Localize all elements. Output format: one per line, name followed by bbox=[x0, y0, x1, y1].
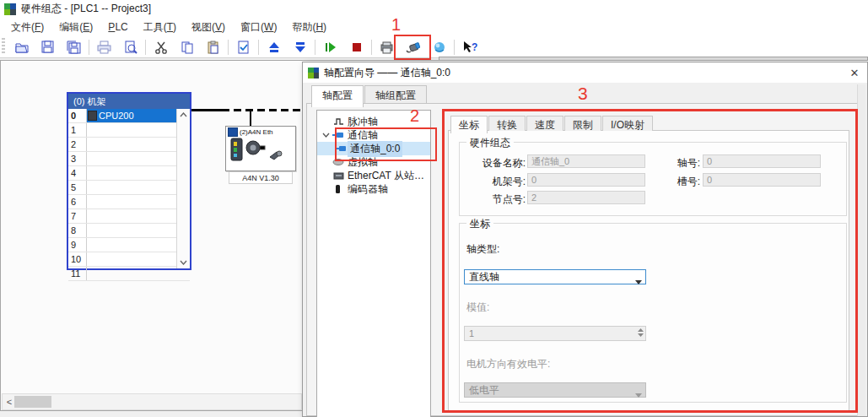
node-drop-line bbox=[250, 110, 251, 127]
rack-header: (0) 机架 bbox=[68, 94, 190, 109]
open-icon[interactable] bbox=[8, 38, 35, 57]
download-icon[interactable] bbox=[287, 38, 313, 57]
dialog-tab-strip: 轴配置 轴组配置 bbox=[311, 85, 428, 104]
hscrollbar-thumb[interactable] bbox=[14, 396, 51, 408]
axis-config-wizard-dialog: 轴配置向导 —— 通信轴_0:0 ✕ 轴配置 轴组配置 脉冲轴 通信轴 通信轴_… bbox=[302, 62, 868, 417]
rack-panel[interactable]: (0) 机架 0CPU200 1 2 3 4 5 6 7 8 9 10 11 bbox=[67, 92, 191, 270]
menu-view[interactable]: 视图(V) bbox=[184, 18, 233, 37]
dialog-titlebar: 轴配置向导 —— 通信轴_0:0 bbox=[303, 62, 867, 83]
tab-axis-group-config[interactable]: 轴组配置 bbox=[364, 85, 427, 104]
rack-scrollbar[interactable] bbox=[176, 109, 190, 268]
toolbar-separator bbox=[454, 40, 455, 55]
rack-row[interactable]: 5 bbox=[68, 181, 190, 195]
toolbar-separator bbox=[315, 40, 315, 55]
tab-axis-config[interactable]: 轴配置 bbox=[311, 85, 364, 107]
window-titlebar: 硬件组态 - [PLC1 -- Project3] bbox=[0, 0, 868, 18]
canvas-hscrollbar[interactable]: < bbox=[2, 393, 302, 410]
hardware-config-window: 硬件组态 - [PLC1 -- Project3] 文件(F) 编辑(E) PL… bbox=[0, 0, 868, 417]
paste-icon[interactable] bbox=[200, 38, 226, 57]
toolbar-separator bbox=[258, 40, 259, 55]
save-all-icon[interactable] bbox=[61, 38, 87, 57]
menu-file[interactable]: 文件(F) bbox=[3, 18, 51, 37]
menu-edit[interactable]: 编辑(E) bbox=[51, 18, 100, 37]
toolbar-separator bbox=[145, 40, 146, 55]
rack-row[interactable]: 2 bbox=[68, 138, 190, 152]
node-device-images bbox=[228, 137, 290, 164]
toolbar-grip[interactable] bbox=[2, 38, 5, 55]
validate-icon[interactable] bbox=[230, 38, 256, 57]
annotation-digit-2: 2 bbox=[410, 107, 419, 124]
close-icon[interactable]: ✕ bbox=[847, 65, 862, 80]
rack-row[interactable]: 1 bbox=[68, 123, 190, 138]
context-help-icon[interactable]: ? bbox=[456, 38, 483, 57]
window-title: 硬件组态 - [PLC1 -- Project3] bbox=[21, 2, 151, 16]
save-icon[interactable] bbox=[35, 38, 61, 57]
rack-row[interactable]: 4 bbox=[68, 166, 190, 181]
node-title: (2)A4N Eth bbox=[228, 127, 294, 137]
network-icon[interactable] bbox=[426, 38, 452, 57]
tree-item-encoder-axis[interactable]: 编码器轴 bbox=[317, 182, 430, 196]
pulse-axis-icon bbox=[332, 116, 345, 127]
scroll-down-icon[interactable] bbox=[177, 257, 190, 268]
rack-row[interactable]: 11 bbox=[68, 267, 190, 281]
app-icon bbox=[4, 3, 16, 15]
cut-icon[interactable] bbox=[148, 38, 174, 57]
rack-row[interactable]: 7 bbox=[68, 209, 190, 224]
menu-window[interactable]: 窗口(W) bbox=[233, 18, 284, 37]
annotation-box-2 bbox=[335, 127, 437, 161]
annotation-digit-1: 1 bbox=[391, 16, 401, 33]
print-preview-icon[interactable] bbox=[117, 38, 143, 57]
node-caption: A4N V1.30 bbox=[229, 171, 293, 184]
rack-row[interactable]: 3 bbox=[68, 152, 190, 166]
chevron-down-icon[interactable] bbox=[321, 133, 332, 138]
annotation-box-3 bbox=[442, 109, 858, 413]
annotation-digit-3: 3 bbox=[578, 84, 588, 102]
dialog-icon bbox=[308, 68, 319, 79]
ethernet-bus-dashes bbox=[222, 109, 303, 111]
run-icon[interactable] bbox=[317, 38, 343, 57]
cpu-icon bbox=[88, 111, 97, 121]
print-icon[interactable] bbox=[91, 38, 117, 57]
ethercat-module-icon bbox=[332, 171, 345, 180]
upload-icon[interactable] bbox=[261, 38, 287, 57]
main-toolbar: 1 ? bbox=[0, 36, 868, 58]
copy-icon[interactable] bbox=[174, 38, 200, 57]
rack-row[interactable]: 0CPU200 bbox=[68, 109, 190, 123]
rack-row[interactable]: 8 bbox=[68, 224, 190, 238]
a4n-node[interactable]: (2)A4N Eth bbox=[225, 126, 296, 171]
rack-slot-cpu[interactable]: CPU200 bbox=[87, 109, 177, 122]
menu-plc[interactable]: PLC bbox=[100, 19, 135, 35]
rack-row[interactable]: 9 bbox=[68, 238, 190, 252]
dialog-scroll-strip[interactable] bbox=[857, 84, 865, 416]
toolbar-separator bbox=[89, 40, 89, 55]
toolbar-separator bbox=[228, 40, 229, 55]
node-icon bbox=[228, 127, 238, 137]
rack-row[interactable]: 10 bbox=[68, 252, 190, 267]
menu-tools[interactable]: 工具(T) bbox=[136, 18, 184, 37]
scroll-up-icon[interactable] bbox=[177, 109, 190, 121]
encoder-axis-icon bbox=[332, 184, 345, 194]
dialog-title: 轴配置向导 —— 通信轴_0:0 bbox=[324, 66, 450, 80]
svg-text:?: ? bbox=[472, 41, 477, 53]
menu-help[interactable]: 帮助(H) bbox=[284, 18, 334, 37]
menu-bar: 文件(F) 编辑(E) PLC 工具(T) 视图(V) 窗口(W) 帮助(H) bbox=[0, 18, 868, 36]
toolbar-separator bbox=[371, 40, 372, 55]
rack-row[interactable]: 6 bbox=[68, 195, 190, 209]
connect-icon[interactable]: 1 bbox=[400, 38, 426, 57]
stop-icon[interactable] bbox=[343, 38, 369, 57]
